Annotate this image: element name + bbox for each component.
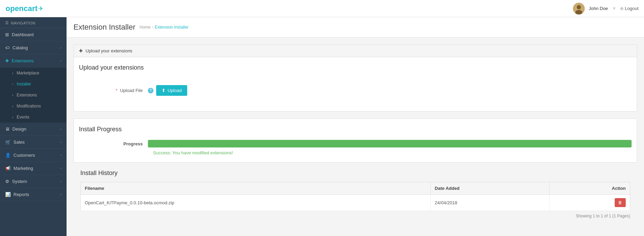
grid-icon: ⊞ — [5, 32, 9, 37]
svg-point-1 — [577, 5, 581, 9]
chevron-sub-icon: › — [12, 104, 13, 108]
megaphone-icon: 📢 — [5, 166, 11, 171]
content-area: Extension Installer Home › Extension Ins… — [67, 17, 644, 236]
cell-action: 🗑 — [550, 195, 630, 211]
table-header-row: Filename Date Added Action — [81, 182, 630, 195]
chevron-sub-icon: › — [12, 115, 13, 119]
delete-button[interactable]: 🗑 — [615, 198, 626, 207]
progress-panel-body: Install Progress Progress Success: You h… — [74, 119, 637, 162]
upload-control-wrap: ? ⬆ Upload — [148, 85, 187, 96]
sidebar-sub-item-marketplace[interactable]: › Marketplace — [0, 68, 67, 79]
upload-arrow-icon: ⬆ — [162, 88, 165, 93]
extensions-submenu: › Marketplace › Installer › Extensions ›… — [0, 68, 67, 123]
content-body: ✚ Upload your extensions Upload your ext… — [67, 38, 644, 232]
sidebar-nav-label: ☰ NAVIGATION — [0, 17, 67, 28]
sidebar-item-design[interactable]: 🖥 Design › — [0, 123, 67, 136]
progress-label: Progress — [79, 141, 148, 146]
upload-form-row: * Upload File ? ⬆ Upload — [79, 82, 632, 99]
desktop-icon: 🖥 — [5, 126, 10, 132]
sidebar-item-sales[interactable]: 🛒 Sales › — [0, 136, 67, 149]
logo-arrow-icon: ✈ — [38, 5, 43, 12]
puzzle-icon: ✚ — [5, 58, 9, 63]
user-name[interactable]: John Doe — [589, 6, 608, 11]
required-star: * — [116, 88, 118, 93]
progress-row: Progress — [79, 140, 632, 147]
user-icon: 👤 — [5, 153, 11, 158]
top-right: John Doe ▼ ⎋ Logout — [573, 3, 638, 14]
breadcrumb-home[interactable]: Home — [140, 25, 151, 30]
chevron-sub-icon: › — [12, 71, 13, 75]
chevron-right-icon: › — [60, 153, 61, 157]
sidebar-item-system[interactable]: ⚙ System › — [0, 175, 67, 188]
sidebar-item-dashboard[interactable]: ⊞ Dashboard — [0, 28, 67, 41]
cart-icon: 🛒 — [5, 140, 11, 145]
sidebar-item-customers[interactable]: 👤 Customers › — [0, 149, 67, 162]
chevron-sub-icon: › — [12, 82, 13, 86]
chevron-right-icon: › — [60, 46, 61, 50]
chart-icon: 📊 — [5, 192, 11, 197]
main-layout: ☰ NAVIGATION ⊞ Dashboard 🏷 Catalog › ✚ E… — [0, 17, 644, 236]
cell-filename: OpenCart_KiTPayme_0.0.10-beta.ocmod.zip — [81, 195, 431, 211]
col-action: Action — [550, 182, 630, 195]
tag-icon: 🏷 — [5, 45, 10, 50]
history-table: Filename Date Added Action OpenCart_KiTP… — [80, 182, 630, 211]
chevron-right-icon: › — [60, 193, 61, 196]
upload-section-title: Upload your extensions — [79, 64, 632, 75]
logout-icon: ⎋ — [621, 6, 623, 11]
sidebar-item-extensions[interactable]: ✚ Extensions › — [0, 54, 67, 68]
breadcrumb-separator: › — [152, 25, 153, 30]
logo-text: opencart — [6, 4, 38, 13]
upload-file-label: * Upload File — [79, 88, 148, 93]
sidebar: ☰ NAVIGATION ⊞ Dashboard 🏷 Catalog › ✚ E… — [0, 17, 67, 236]
puzzle-icon: ✚ — [79, 48, 83, 53]
page-header: Extension Installer Home › Extension Ins… — [67, 17, 644, 38]
gear-icon: ⚙ — [5, 179, 9, 184]
upload-panel-header: ✚ Upload your extensions — [74, 45, 637, 57]
col-date-added: Date Added — [431, 182, 550, 195]
sidebar-sub-item-events[interactable]: › Events — [0, 112, 67, 123]
logo: opencart ✈ — [6, 4, 43, 13]
upload-button[interactable]: ⬆ Upload — [156, 85, 187, 96]
avatar — [573, 3, 585, 14]
upload-panel-body: Upload your extensions * Upload File ? ⬆… — [74, 57, 637, 111]
upload-panel: ✚ Upload your extensions Upload your ext… — [73, 44, 637, 112]
chevron-right-icon: › — [60, 140, 61, 144]
table-row: OpenCart_KiTPayme_0.0.10-beta.ocmod.zip … — [81, 195, 630, 211]
sidebar-sub-item-extensions[interactable]: › Extensions — [0, 90, 67, 101]
progress-success-message: Success: You have modified extensions! — [148, 150, 632, 155]
chevron-right-icon: › — [60, 179, 61, 183]
chevron-sub-icon: › — [12, 93, 13, 97]
top-navbar: opencart ✈ John Doe ▼ ⎋ Logout — [0, 0, 644, 17]
sidebar-item-catalog[interactable]: 🏷 Catalog › — [0, 41, 67, 54]
sidebar-item-marketing[interactable]: 📢 Marketing › — [0, 162, 67, 175]
logout-button[interactable]: ⎋ Logout — [621, 6, 638, 11]
breadcrumb: Home › Extension Installer — [140, 25, 189, 30]
install-history-section: Install History Filename Date Added Acti… — [73, 170, 637, 225]
sidebar-item-reports[interactable]: 📊 Reports › — [0, 188, 67, 201]
history-title: Install History — [80, 170, 630, 177]
cell-date-added: 24/04/2018 — [431, 195, 550, 211]
progress-bar-fill — [148, 140, 632, 147]
chevron-right-icon: › — [60, 166, 61, 170]
sidebar-sub-item-modifications[interactable]: › Modifications — [0, 101, 67, 112]
progress-title: Install Progress — [79, 126, 632, 133]
breadcrumb-current: Extension Installer — [155, 25, 189, 30]
col-filename: Filename — [81, 182, 431, 195]
page-title: Extension Installer — [73, 23, 135, 32]
chevron-down-icon: › — [60, 59, 61, 63]
progress-bar-wrap — [148, 140, 632, 147]
chevron-right-icon: › — [60, 127, 61, 131]
info-icon[interactable]: ? — [148, 88, 153, 93]
pagination-info: Showing 1 to 1 of 1 (1 Pages) — [80, 211, 630, 218]
hamburger-icon: ☰ — [5, 21, 9, 25]
progress-panel: Install Progress Progress Success: You h… — [73, 119, 637, 163]
sidebar-sub-item-installer[interactable]: › Installer — [0, 79, 67, 90]
